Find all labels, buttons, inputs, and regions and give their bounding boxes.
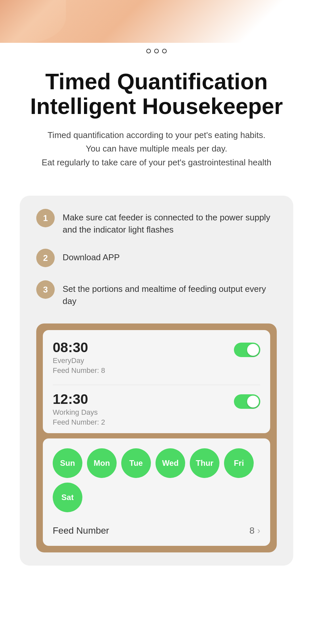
step-text-1: Make sure cat feeder is connected to the…: [63, 209, 277, 236]
meal-separator: [53, 385, 260, 385]
steps-list: 1 Make sure cat feeder is connected to t…: [36, 209, 277, 307]
feed-number-value: 8: [249, 525, 255, 536]
toggle-meal-2[interactable]: [234, 394, 260, 409]
meal-info-2: 12:30 Working Days Feed Number: 2: [53, 392, 105, 427]
day-sat[interactable]: Sat: [53, 483, 82, 512]
dots-indicator: [0, 43, 313, 59]
day-tue[interactable]: Tue: [121, 448, 151, 478]
hero-section: Timed Quantification Intelligent Houseke…: [0, 59, 313, 189]
chevron-right-icon: ›: [257, 525, 260, 536]
day-thur[interactable]: Thur: [190, 448, 219, 478]
day-fri[interactable]: Fri: [224, 448, 254, 478]
day-mon[interactable]: Mon: [87, 448, 117, 478]
step-item-1: 1 Make sure cat feeder is connected to t…: [36, 209, 277, 236]
day-sun[interactable]: Sun: [53, 448, 82, 478]
feed-number-label: Feed Number: [53, 525, 109, 536]
step-number-1: 1: [36, 209, 55, 227]
meals-inner-card: 08:30 EveryDay Feed Number: 8 12:30 Work…: [43, 330, 270, 433]
day-wed[interactable]: Wed: [156, 448, 185, 478]
days-card: Sun Mon Tue Wed Thur Fri Sat Feed Number…: [43, 438, 270, 546]
meal-entry-1: 08:30 EveryDay Feed Number: 8: [53, 340, 260, 375]
meal-time-1: 08:30: [53, 340, 105, 355]
step-text-3: Set the portions and mealtime of feeding…: [63, 280, 277, 307]
hero-title: Timed Quantification Intelligent Houseke…: [13, 69, 300, 119]
meal-info-1: 08:30 EveryDay Feed Number: 8: [53, 340, 105, 375]
dot-3: [162, 49, 167, 53]
step-number-3: 3: [36, 280, 55, 299]
days-row: Sun Mon Tue Wed Thur Fri Sat: [53, 448, 260, 512]
feed-number-value-row[interactable]: 8 ›: [249, 525, 260, 536]
dot-2: [154, 49, 159, 53]
dot-1: [146, 49, 151, 53]
top-decorative-image: [0, 0, 313, 43]
meal-schedule-2: Working Days: [53, 408, 105, 417]
step-number-2: 2: [36, 249, 55, 267]
meal-feed-1: Feed Number: 8: [53, 366, 105, 375]
toggle-meal-1[interactable]: [234, 343, 260, 357]
meal-feed-2: Feed Number: 2: [53, 418, 105, 427]
step-item-3: 3 Set the portions and mealtime of feedi…: [36, 280, 277, 307]
meal-time-2: 12:30: [53, 392, 105, 407]
schedule-outer-card: 08:30 EveryDay Feed Number: 8 12:30 Work…: [36, 323, 277, 552]
meal-entry-2: 12:30 Working Days Feed Number: 2: [53, 392, 260, 427]
step-text-2: Download APP: [63, 249, 120, 263]
meal-schedule-1: EveryDay: [53, 356, 105, 365]
feed-number-row: Feed Number 8 ›: [53, 522, 260, 536]
step-item-2: 2 Download APP: [36, 249, 277, 267]
hero-description: Timed quantification according to your p…: [13, 128, 300, 170]
main-card: 1 Make sure cat feeder is connected to t…: [20, 196, 293, 566]
